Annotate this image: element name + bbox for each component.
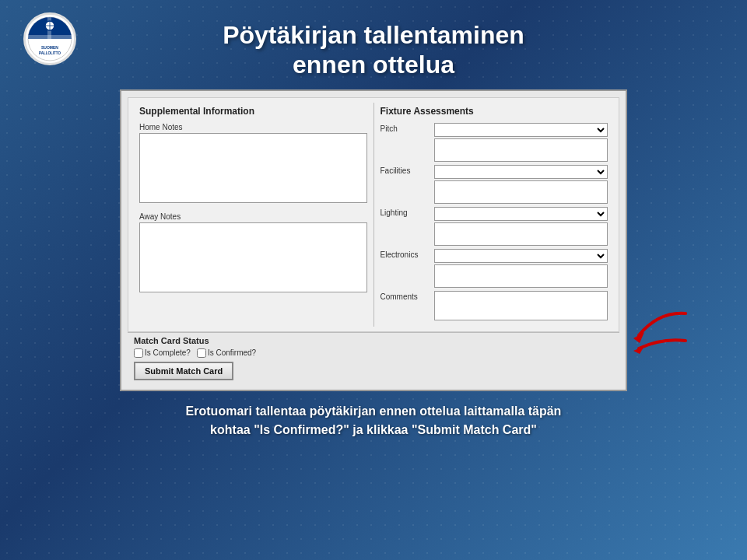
submit-match-card-button[interactable]: Submit Match Card — [134, 362, 233, 380]
left-section-title: Supplemental Information — [139, 106, 367, 118]
lighting-controls — [434, 207, 608, 246]
away-notes-label: Away Notes — [139, 212, 367, 221]
electronics-textarea[interactable] — [434, 264, 608, 288]
electronics-label: Electronics — [381, 249, 431, 259]
checkbox-row: Is Complete? Is Confirmed? — [134, 348, 613, 358]
bottom-text: Erotuomari tallentaa pöytäkirjan ennen o… — [47, 402, 700, 439]
is-complete-label: Is Complete? — [145, 348, 191, 357]
electronics-row: Electronics — [381, 249, 608, 288]
svg-marker-8 — [633, 332, 644, 343]
right-panel: Fixture Assessments Pitch Facilities — [374, 103, 615, 327]
pitch-select[interactable] — [434, 123, 608, 137]
page-title: Pöytäkirjan tallentaminen ennen ottelua — [223, 20, 524, 80]
left-panel: Supplemental Information Home Notes Away… — [133, 103, 374, 327]
is-confirmed-item: Is Confirmed? — [197, 348, 256, 358]
bottom-text-area: Erotuomari tallentaa pöytäkirjan ennen o… — [0, 402, 747, 439]
right-section-title: Fixture Assessments — [381, 106, 608, 118]
facilities-select[interactable] — [434, 165, 608, 179]
is-complete-item: Is Complete? — [134, 348, 191, 358]
lighting-row: Lighting — [381, 207, 608, 246]
pitch-textarea[interactable] — [434, 138, 608, 162]
is-complete-checkbox[interactable] — [134, 348, 143, 358]
facilities-controls — [434, 165, 608, 204]
form-container: Supplemental Information Home Notes Away… — [59, 89, 688, 391]
lighting-label: Lighting — [381, 207, 431, 217]
header: Pöytäkirjan tallentaminen ennen ottelua — [0, 0, 747, 89]
pitch-controls — [434, 123, 608, 162]
lighting-textarea[interactable] — [434, 222, 608, 246]
electronics-select[interactable] — [434, 249, 608, 263]
svg-marker-9 — [633, 346, 644, 354]
status-title: Match Card Status — [134, 336, 613, 345]
comments-row: Comments — [381, 291, 608, 320]
home-notes-label: Home Notes — [139, 123, 367, 131]
comments-textarea[interactable] — [434, 291, 608, 320]
home-notes-input[interactable] — [139, 133, 367, 203]
comments-label: Comments — [381, 291, 431, 301]
facilities-label: Facilities — [381, 165, 431, 175]
status-area: Match Card Status Is Complete? Is Confir… — [128, 332, 619, 383]
pitch-row: Pitch — [381, 123, 608, 162]
comments-controls — [434, 291, 608, 320]
electronics-controls — [434, 249, 608, 288]
pitch-label: Pitch — [381, 123, 431, 133]
is-confirmed-checkbox[interactable] — [197, 348, 206, 358]
is-confirmed-label: Is Confirmed? — [208, 348, 256, 357]
away-notes-input[interactable] — [139, 222, 367, 292]
facilities-textarea[interactable] — [434, 180, 608, 204]
lighting-select[interactable] — [434, 207, 608, 221]
facilities-row: Facilities — [381, 165, 608, 204]
